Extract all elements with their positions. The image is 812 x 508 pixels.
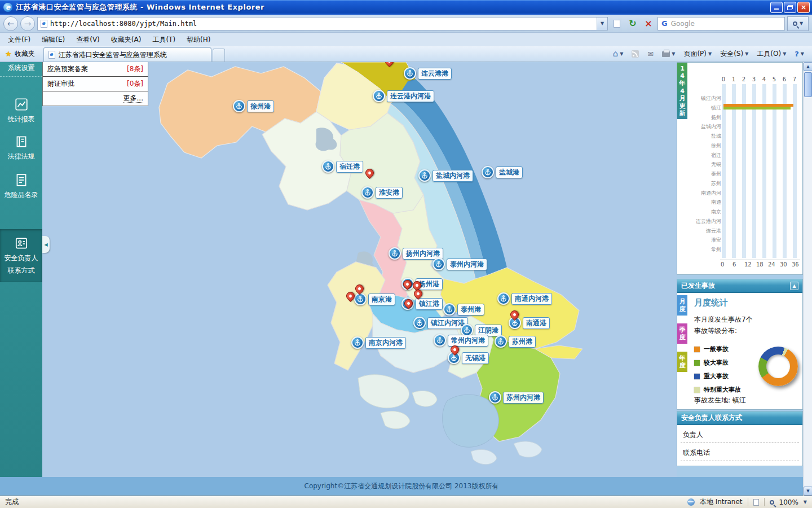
legend-item: 较大事故 <box>694 358 741 367</box>
forward-button[interactable]: → <box>20 16 35 31</box>
stop-button[interactable]: × <box>642 17 655 30</box>
sidebar-item-dangerous-goods[interactable]: 危险品名录 <box>0 173 42 200</box>
legend-swatch <box>694 387 700 393</box>
print-button[interactable]: ▼ <box>659 50 678 59</box>
accident-legend: 一般事故较大事故重大事故特别重大事故 <box>694 345 741 394</box>
home-button[interactable]: ⌂▼ <box>610 48 627 60</box>
tab-active[interactable]: e 江苏省港口安全监管与应急管理系统 <box>43 47 211 62</box>
security-zone-label: 本地 Intranet <box>700 497 743 507</box>
refresh-button[interactable]: ↻ <box>626 17 639 30</box>
menu-item[interactable]: 查看(V) <box>70 33 105 46</box>
menu-item[interactable]: 帮助(H) <box>181 33 216 46</box>
feeds-button[interactable] <box>628 49 642 59</box>
restore-button[interactable] <box>784 2 796 13</box>
protected-mode-icon <box>753 499 759 506</box>
scroll-up-button[interactable]: ▲ <box>804 62 812 71</box>
status-text: 完成 <box>5 497 19 507</box>
menu-item[interactable]: 收藏夹(A) <box>105 33 147 46</box>
legend-label: 特别重大事故 <box>704 386 741 394</box>
page-menu-button[interactable]: 页面(P)▼ <box>680 47 715 60</box>
search-button[interactable]: ▼ <box>787 16 809 31</box>
close-button[interactable]: × <box>797 2 810 13</box>
accident-pin-icon[interactable] <box>412 288 424 300</box>
safety-menu-button[interactable]: 安全(S)▼ <box>717 47 752 60</box>
chart-category: 连云港 <box>687 227 721 235</box>
legend-label: 重大事故 <box>704 372 729 380</box>
port-update-chart-panel: 14年4月更新 01234567镇江内河镇江扬州盐城内河盐城徐州宿迁无锡泰州苏州… <box>677 62 803 275</box>
address-dropdown-icon[interactable]: ▼ <box>597 17 607 30</box>
axis-tick: 5 <box>771 76 778 82</box>
vertical-scrollbar[interactable]: ▲ ▼ <box>803 62 812 496</box>
quick-row-certificate-approval[interactable]: 附证审批 [0条] <box>43 77 148 91</box>
search-placeholder: Google <box>671 20 695 28</box>
accident-distribution-label: 事故等级分布: <box>687 325 802 336</box>
sidebar-item-system-settings[interactable]: 系统设置 <box>0 63 42 77</box>
scroll-down-button[interactable]: ▼ <box>804 487 812 496</box>
sidebar-item-safety-contacts[interactable]: 安全负责人 联系方式 <box>0 229 42 282</box>
accident-pin-icon[interactable] <box>364 167 376 179</box>
scroll-thumb[interactable] <box>804 72 812 97</box>
grid-band <box>793 84 797 258</box>
accident-pin-icon[interactable] <box>401 278 413 290</box>
zoom-dropdown-icon[interactable]: ▼ <box>804 500 807 505</box>
search-icon <box>793 21 797 26</box>
favorites-button[interactable]: ★ 收藏夹 <box>0 47 40 62</box>
zoom-level[interactable]: 100% <box>779 498 798 506</box>
chart-icon <box>14 97 29 112</box>
menu-item[interactable]: 文件(F) <box>2 33 36 46</box>
new-tab-stub[interactable] <box>213 49 225 62</box>
chart-category: 无锡 <box>687 161 721 168</box>
accident-pin-icon[interactable] <box>449 344 461 356</box>
chart-category: 连云港内河 <box>687 218 721 225</box>
compatibility-view-button[interactable] <box>610 17 624 30</box>
accident-pin-icon[interactable] <box>403 297 414 309</box>
safety-contact-panel: 安全负责人联系方式 负责人联系电话 <box>677 411 803 466</box>
quick-row-emergency-plan[interactable]: 应急预案备案 [8条] <box>43 62 148 77</box>
chart-category: 南通 <box>687 199 721 206</box>
axis-tick: 6 <box>781 76 788 82</box>
chart-category: 南通内河 <box>687 190 721 197</box>
book-icon <box>14 134 29 149</box>
address-input[interactable]: e http://localhost:8080/yjpt/Main.html ▼ <box>37 17 608 30</box>
menu-bar: 文件(F)编辑(E)查看(V)收藏夹(A)工具(T)帮助(H) <box>0 33 812 46</box>
title-bar: e 江苏省港口安全监管与应急管理系统 - Windows Internet Ex… <box>0 0 812 15</box>
search-input[interactable]: G Google <box>657 17 785 30</box>
accident-pin-icon[interactable] <box>354 283 365 295</box>
accident-pin-icon[interactable] <box>509 309 520 321</box>
collapse-button[interactable]: ▲ <box>790 282 798 290</box>
accident-pins-layer <box>42 62 677 477</box>
axis-tick: 30 <box>780 261 787 268</box>
grid-band <box>752 84 756 258</box>
sidebar-item-statistics[interactable]: 统计报表 <box>0 97 42 124</box>
zoom-icon <box>770 500 774 505</box>
menu-item[interactable]: 编辑(E) <box>36 33 70 46</box>
accident-tab-2[interactable]: 季度 <box>677 323 687 344</box>
chart-category: 南京 <box>687 208 721 216</box>
back-button[interactable]: ← <box>3 16 18 31</box>
axis-tick: 18 <box>756 261 764 268</box>
search-dropdown-icon[interactable]: ▼ <box>800 21 803 26</box>
mail-icon: ✉ <box>647 50 654 58</box>
sidebar-item-laws[interactable]: 法律法规 <box>0 134 42 161</box>
chart-category: 扬州 <box>687 114 721 121</box>
chart-category: 镇江 <box>687 104 721 112</box>
read-mail-button[interactable]: ✉ <box>644 48 657 60</box>
chart-category: 宿迁 <box>687 152 721 159</box>
minimize-button[interactable] <box>770 2 783 13</box>
copyright-text: Copyright©江苏省交通规划设计院股份有限公司 2013版权所有 <box>304 481 499 491</box>
accident-tab-3[interactable]: 年度 <box>677 352 687 372</box>
accident-pin-icon[interactable] <box>383 62 395 67</box>
axis-tick: 6 <box>732 261 736 268</box>
help-button[interactable]: ?▼ <box>791 48 807 60</box>
status-bar: 完成 本地 Intranet 100% ▼ <box>0 496 812 508</box>
accident-tab-1[interactable]: 月度 <box>677 295 687 316</box>
more-link[interactable]: 更多... <box>43 91 148 106</box>
axis-tick: 24 <box>768 261 775 268</box>
accident-pin-icon[interactable] <box>345 290 356 302</box>
chart-category: 淮安 <box>687 237 721 244</box>
accident-donut-chart <box>758 347 798 386</box>
tools-menu-button[interactable]: 工具(O)▼ <box>753 47 789 60</box>
menu-item[interactable]: 工具(T) <box>147 33 181 46</box>
sidebar-collapse-handle[interactable]: ◀ <box>42 236 50 253</box>
chart-bar <box>723 107 791 110</box>
